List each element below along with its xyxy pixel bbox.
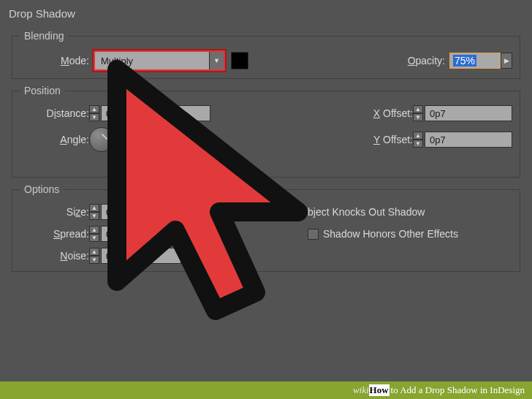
options-group: Options Size: ▲ ▼ ▶ bject Knocks Out Sha…	[12, 183, 520, 272]
distance-up[interactable]: ▲	[89, 105, 99, 113]
y-offset-input[interactable]	[425, 132, 512, 148]
spread-more-btn[interactable]: ▶	[181, 226, 193, 242]
angle-dial[interactable]	[89, 127, 114, 152]
y-offset-spinner[interactable]: ▲ ▼	[413, 132, 423, 148]
noise-input[interactable]	[101, 248, 181, 264]
opacity-input[interactable]: 75%	[449, 53, 501, 69]
distance-down[interactable]: ▼	[89, 113, 99, 121]
blending-group: Blending Mode: Multiply ▼ Opacity: 75% ▶	[12, 30, 520, 79]
spread-down[interactable]: ▼	[89, 234, 99, 242]
options-legend: Options	[20, 183, 64, 195]
position-group: Position Distance: ▲ ▼ X Offset: ▲ ▼ Ang…	[12, 85, 520, 178]
object-knocks-label: bject Knocks Out Shadow	[308, 206, 425, 218]
spread-up[interactable]: ▲	[89, 226, 99, 234]
size-up[interactable]: ▲	[89, 204, 99, 212]
y-offset-up[interactable]: ▲	[413, 132, 423, 140]
size-spinner[interactable]: ▲ ▼	[89, 204, 99, 220]
shadow-honors-checkbox[interactable]	[308, 229, 319, 240]
use-global-light-label: Use	[143, 158, 162, 170]
x-offset-up[interactable]: ▲	[413, 105, 423, 113]
angle-input[interactable]	[121, 132, 165, 148]
noise-up[interactable]: ▲	[89, 248, 99, 256]
spread-spinner[interactable]: ▲ ▼	[89, 226, 99, 242]
distance-spinner[interactable]: ▲ ▼	[89, 105, 99, 121]
size-down[interactable]: ▼	[89, 212, 99, 220]
x-offset-label: X Offset:	[347, 107, 413, 119]
mode-value: Multiply	[95, 52, 209, 69]
blending-legend: Blending	[20, 30, 69, 42]
noise-more-btn[interactable]: ▶	[181, 248, 193, 264]
distance-input[interactable]	[101, 105, 210, 121]
size-more-btn[interactable]: ▶	[181, 204, 193, 220]
spread-label: Spread:	[20, 228, 89, 240]
x-offset-input[interactable]	[425, 105, 512, 121]
noise-spinner[interactable]: ▲ ▼	[89, 248, 99, 264]
wikihow-banner: wikiHow to Add a Drop Shadow in InDesign	[0, 381, 532, 399]
y-offset-label: Y Offset:	[347, 134, 413, 145]
shadow-honors-label: Shadow Honors Other Effects	[323, 228, 458, 240]
spread-input[interactable]	[101, 226, 181, 242]
use-global-light-checkbox[interactable]	[128, 159, 139, 170]
wikihow-article-title: to Add a Drop Shadow in InDesign	[391, 384, 525, 396]
opacity-label: Opacity:	[408, 55, 445, 66]
mode-dropdown-btn[interactable]: ▼	[209, 52, 224, 69]
angle-label: Angle:	[20, 134, 89, 145]
position-legend: Position	[20, 85, 65, 96]
wikihow-wiki: wiki	[353, 384, 369, 396]
distance-label: Distance:	[20, 107, 89, 119]
y-offset-down[interactable]: ▼	[413, 140, 423, 148]
shadow-color-swatch[interactable]	[231, 52, 248, 69]
opacity-more-btn[interactable]: ▶	[501, 53, 512, 69]
mode-label: Mode:	[20, 55, 89, 66]
panel-title: Drop Shadow	[0, 0, 532, 24]
noise-label: Noise:	[20, 250, 89, 262]
mode-dropdown[interactable]: Multiply ▼	[94, 50, 225, 71]
wikihow-how: How	[369, 384, 390, 396]
noise-down[interactable]: ▼	[89, 256, 99, 264]
size-label: Size:	[20, 206, 89, 218]
size-input[interactable]	[101, 204, 181, 220]
x-offset-spinner[interactable]: ▲ ▼	[413, 105, 423, 121]
x-offset-down[interactable]: ▼	[413, 113, 423, 121]
